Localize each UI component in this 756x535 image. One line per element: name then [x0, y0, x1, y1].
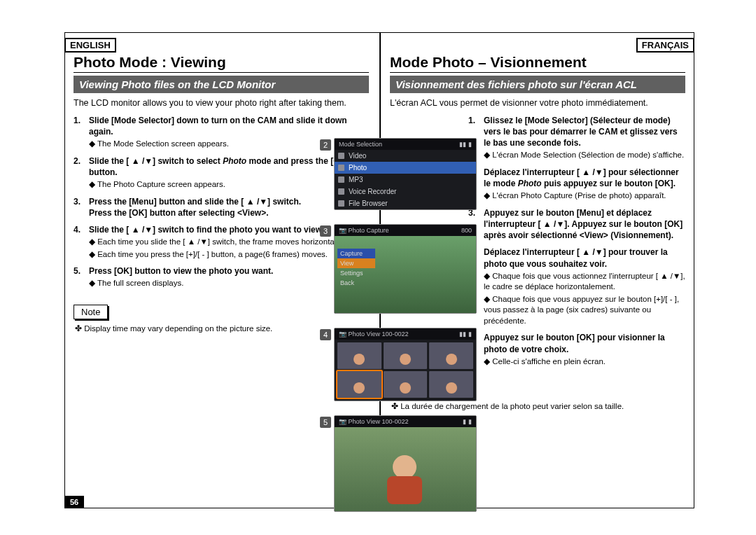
step-text: Press the [Menu] button and slide the [ … [89, 197, 301, 207]
step-text: Slide [Mode Selector] down to turn on th… [89, 116, 347, 137]
step-text: Press [OK] button to view the photo you … [89, 266, 273, 276]
subheading-fr: Visionnement des fichiers photo sur l'éc… [390, 76, 685, 93]
step-sub: The Photo Capture screen appears. [89, 179, 369, 190]
english-column: Photo Mode : Viewing Viewing Photo files… [71, 54, 372, 334]
thumbnail [337, 342, 382, 369]
step-sub: Chaque fois que vous actionnez l'interru… [484, 271, 685, 293]
step-text: Slide the [ ▲ /▼] switch to find the pho… [89, 225, 324, 235]
thumbnail [429, 371, 473, 398]
battery-icon: ▮ ▮ [463, 418, 472, 425]
mode-item-filebrowser: File Browser [335, 197, 476, 209]
thumbnail [384, 371, 428, 398]
step-4-fr: 4. Déplacez l'interrupteur [ ▲ /▼] pour … [468, 246, 685, 326]
photo-child [380, 455, 429, 504]
thumb-grid [335, 340, 476, 401]
heading-en: Photo Mode : Viewing [74, 54, 369, 73]
page-frame: ENGLISH FRANÇAIS Photo Mode : Viewing Vi… [64, 32, 694, 508]
step-2-en: 2. Slide the [ ▲ /▼] switch to select Ph… [74, 155, 369, 190]
mode-item-voice: Voice Recorder [335, 186, 476, 197]
lcd-count: 800 [461, 227, 472, 234]
step-body: Slide the [ ▲ /▼] switch to select Photo… [89, 155, 369, 190]
step-num: 4. [74, 224, 89, 260]
heading-fr: Mode Photo – Visionnement [390, 54, 685, 73]
step-num: 2. [74, 155, 89, 190]
step-text2: puis appuyez sur le bouton [OK]. [542, 179, 676, 188]
note-label-en: Note [74, 305, 108, 319]
lcd-title: Photo View 100-0022 [349, 418, 409, 425]
lcd-step-badge-4: 4 [320, 329, 331, 340]
lcd-title: Photo View 100-0022 [349, 331, 409, 338]
step-body: Déplacez l'interrupteur [ ▲ /▼] pour tro… [484, 246, 685, 326]
step-1-fr: 1. Glissez le [Mode Selector] (Sélecteur… [468, 115, 685, 161]
camera-icon: 📷 Photo View 100-0022 [339, 418, 408, 425]
lcd-photo-capture: 3 📷 Photo Capture800 Capture View Settin… [334, 224, 495, 314]
step-text: Appuyez sur le bouton [OK] pour visionne… [484, 333, 665, 354]
menu-settings: Settings [337, 268, 375, 278]
intro-fr: L'écran ACL vous permet de visionner vot… [390, 97, 685, 109]
step-em: Photo [518, 179, 542, 188]
step-em: Photo [223, 156, 246, 166]
lcd-screen-3: 📷 Photo Capture800 Capture View Settings… [334, 224, 477, 314]
step-2-fr: 2. Déplacez l'interrupteur [ ▲ /▼] pour … [468, 167, 685, 202]
step-body: Déplacez l'interrupteur [ ▲ /▼] pour sél… [484, 167, 685, 202]
step-num: 5. [74, 265, 89, 289]
full-photo [335, 427, 476, 511]
lcd-title: Mode Selection [339, 141, 382, 148]
step-body: Glissez le [Mode Selector] (Sélecteur de… [484, 115, 685, 161]
battery-icon: ▮▮ ▮ [459, 141, 472, 148]
page-number: 56 [64, 496, 84, 508]
step-sub: Each time you slide the [ ▲ /▼] switch, … [89, 237, 369, 248]
lcd-step-badge-2: 2 [320, 139, 331, 151]
lcd-step-badge-3: 3 [320, 225, 331, 237]
menu-capture: Capture [337, 249, 375, 258]
lcd-photo-view-grid: 4 📷 Photo View 100-0022▮▮ ▮ [334, 328, 495, 401]
menu-view: View [337, 258, 375, 268]
battery-icon: ▮▮ ▮ [459, 331, 472, 338]
step-text: Déplacez l'interrupteur [ ▲ /▼] pour tro… [484, 247, 668, 268]
thumbnail-selected [337, 371, 382, 398]
step-body: Press the [Menu] button and slide the [ … [89, 196, 369, 218]
step-3-en: 3. Press the [Menu] button and slide the… [74, 196, 369, 218]
lcd-screen-2: Mode Selection▮▮ ▮ Video Photo MP3 Voice… [334, 138, 477, 210]
mode-item-video: Video [335, 150, 476, 162]
menu-back: Back [337, 278, 375, 288]
lcd-illustrations: 2 Mode Selection▮▮ ▮ Video Photo MP3 Voi… [334, 138, 495, 526]
step-5-en: 5. Press [OK] button to view the photo y… [74, 265, 369, 289]
step-text: Glissez le [Mode Selector] (Sélecteur de… [484, 116, 678, 148]
lcd-mode-selection: 2 Mode Selection▮▮ ▮ Video Photo MP3 Voi… [334, 138, 495, 210]
step-5-fr: 5. Appuyez sur le bouton [OK] pour visio… [468, 332, 685, 367]
step-3-fr: 3. Appuyez sur le bouton [Menu] et dépla… [468, 207, 685, 242]
step-sub2: Each time you press the [+]/[ - ] button… [89, 249, 369, 260]
step-sub: Celle-ci s'affiche en plein écran. [484, 356, 685, 368]
lcd-photo-view-full: 5 📷 Photo View 100-0022▮ ▮ [334, 415, 495, 512]
thumbnail [429, 342, 473, 369]
camera-icon: 📷 Photo Capture [339, 227, 389, 234]
subheading-en: Viewing Photo files on the LCD Monitor [74, 76, 369, 93]
step-sub: L'écran Photo Capture (Prise de photo) a… [484, 190, 685, 202]
camera-icon: 📷 Photo View 100-0022 [339, 331, 408, 338]
thumbnail [384, 342, 428, 369]
lang-francais-tab: FRANÇAIS [636, 38, 694, 53]
intro-en: The LCD monitor allows you to view your … [74, 97, 369, 109]
step-text: Appuyez sur le bouton [Menu] et déplacez… [484, 208, 682, 240]
lcd-screen-4: 📷 Photo View 100-0022▮▮ ▮ [334, 328, 477, 401]
lcd-step-badge-5: 5 [320, 417, 331, 428]
lang-english-tab: ENGLISH [64, 38, 116, 53]
mode-item-photo: Photo [335, 162, 476, 174]
step-num: 1. [74, 115, 89, 150]
lcd-screen-5: 📷 Photo View 100-0022▮ ▮ [334, 415, 477, 512]
step-sub2: Chaque fois que vous appuyez sur le bout… [484, 294, 685, 327]
step-text: Slide the [ ▲ /▼] switch to select [89, 156, 223, 166]
lcd-preview: Capture View Settings Back [335, 236, 476, 313]
step-num: 3. [74, 196, 89, 218]
mode-item-mp3: MP3 [335, 174, 476, 186]
step-sub: The full screen displays. [89, 278, 369, 289]
step-body: Appuyez sur le bouton [Menu] et déplacez… [484, 207, 685, 242]
lcd-menu: Capture View Settings Back [337, 249, 375, 288]
lcd-title: Photo Capture [349, 227, 389, 234]
step-body: Press [OK] button to view the photo you … [89, 265, 369, 289]
step-sub: L'écran Mode Selection (Sélection de mod… [484, 150, 685, 161]
step-body: Appuyez sur le bouton [OK] pour visionne… [484, 332, 685, 367]
step-text2: Press the [OK] button after selecting <V… [89, 208, 269, 218]
